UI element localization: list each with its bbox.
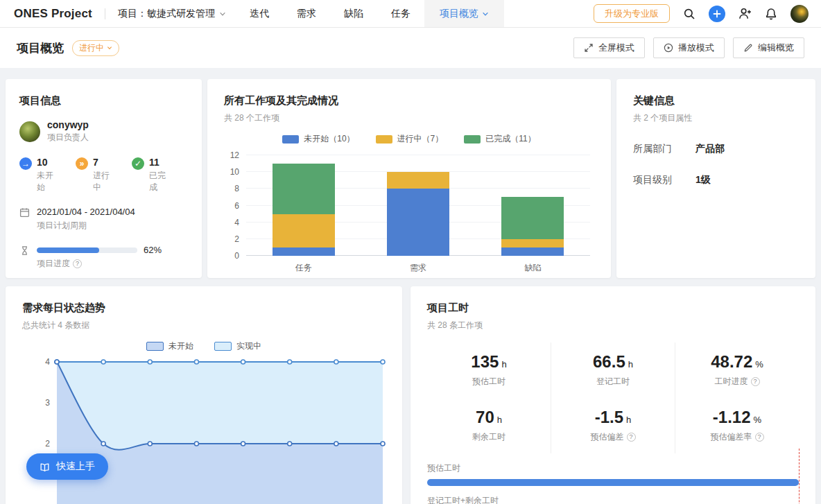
hours-stats: 135h 预估工时? 70h 剩余工时? 66.5h 登记工时? bbox=[427, 342, 799, 453]
project-status-badge[interactable]: 进行中 bbox=[72, 40, 119, 56]
help-icon[interactable]: ? bbox=[755, 433, 764, 442]
nav-item-iteration[interactable]: 迭代 bbox=[236, 0, 283, 27]
quick-start-button[interactable]: 快速上手 bbox=[26, 453, 108, 480]
progress-row: 62% 项目进度 ? bbox=[19, 245, 188, 270]
calendar-icon bbox=[19, 207, 30, 232]
hours-card: 项目工时 共 28 条工作项 135h 预估工时? 70h 剩余工时? bbox=[410, 286, 815, 504]
chevron-down-icon bbox=[107, 45, 112, 51]
key-info-row: 项目级别 1级 bbox=[633, 174, 799, 186]
work-items-bars bbox=[246, 155, 590, 256]
page-title: 项目概览 bbox=[17, 40, 64, 56]
project-selector-label: 项目：敏捷式研发管理 bbox=[118, 8, 215, 20]
double-chevron-icon: » bbox=[76, 157, 88, 170]
upgrade-button[interactable]: 升级为专业版 bbox=[594, 4, 670, 23]
work-items-chart: 024681012 bbox=[246, 155, 590, 256]
quick-start-label: 快速上手 bbox=[56, 460, 95, 473]
card-subtitle: 共 28 个工作项 bbox=[224, 112, 594, 124]
stat-remaining-hours: 70h 剩余工时? bbox=[427, 398, 551, 453]
project-progress-fill bbox=[37, 247, 99, 253]
trend-legend: 未开始实现中 bbox=[22, 340, 386, 352]
key-info-row: 所属部门 产品部 bbox=[633, 143, 799, 155]
stacked-bar-1[interactable] bbox=[273, 164, 335, 256]
legend-item[interactable]: 未开始（10） bbox=[282, 133, 354, 145]
status-in-progress[interactable]: » 7 进行中 bbox=[76, 157, 116, 193]
logged-plus-remaining-bar-label: 登记工时+剩余工时 bbox=[427, 495, 799, 504]
stacked-bar-2[interactable] bbox=[387, 172, 449, 256]
top-navigation: ONES Project 项目：敏捷式研发管理 迭代 需求 缺陷 任务 项目概览… bbox=[0, 0, 821, 28]
search-icon[interactable] bbox=[683, 8, 695, 20]
status-badge-label: 进行中 bbox=[79, 42, 104, 54]
card-subtitle: 共 28 条工作项 bbox=[427, 320, 799, 331]
owner-role: 项目负责人 bbox=[47, 132, 89, 144]
card-title: 项目工时 bbox=[427, 302, 799, 315]
legend-item[interactable]: 已完成（11） bbox=[464, 133, 535, 145]
help-icon[interactable]: ? bbox=[751, 377, 760, 386]
plan-date-range: 2021/01/04 - 2021/04/04 bbox=[37, 207, 135, 217]
plan-date-label: 项目计划周期 bbox=[37, 220, 135, 232]
status-summary: → 10 未开始 » 7 进行中 ✓ bbox=[19, 157, 188, 193]
hourglass-icon bbox=[19, 245, 30, 270]
hours-bars: 预估工时 登记工时+剩余工时 bbox=[427, 462, 799, 504]
fullscreen-mode-button[interactable]: 全屏模式 bbox=[573, 37, 645, 58]
overview-content: 项目信息 conywyp 项目负责人 → 10 未开始 bbox=[0, 68, 821, 504]
legend-item[interactable]: 进行中（7） bbox=[376, 133, 444, 145]
app-screen: ONES Project 项目：敏捷式研发管理 迭代 需求 缺陷 任务 项目概览… bbox=[0, 0, 821, 504]
app-logo[interactable]: ONES Project bbox=[14, 7, 92, 21]
play-icon bbox=[664, 43, 673, 53]
work-items-legend: 未开始（10）进行中（7）已完成（11） bbox=[224, 133, 594, 145]
owner-avatar bbox=[19, 121, 40, 142]
progress-percent: 62% bbox=[144, 245, 162, 255]
play-mode-button[interactable]: 播放模式 bbox=[653, 37, 725, 58]
topnav-actions: 升级为专业版 bbox=[594, 4, 821, 23]
card-title: 项目信息 bbox=[19, 94, 188, 107]
page-header: 项目概览 进行中 全屏模式 播放模式 bbox=[0, 28, 821, 68]
legend-item[interactable]: 未开始 bbox=[146, 340, 193, 352]
project-selector[interactable]: 项目：敏捷式研发管理 bbox=[118, 8, 226, 20]
status-not-started[interactable]: → 10 未开始 bbox=[19, 157, 60, 193]
user-avatar[interactable] bbox=[790, 5, 809, 23]
plan-period-row: 2021/01/04 - 2021/04/04 项目计划周期 bbox=[19, 207, 188, 232]
project-progress-bar bbox=[37, 247, 137, 253]
invite-member-icon[interactable] bbox=[738, 7, 752, 20]
project-info-card: 项目信息 conywyp 项目负责人 → 10 未开始 bbox=[6, 79, 202, 278]
estimate-reference-line bbox=[799, 449, 800, 504]
estimated-hours-bar bbox=[427, 479, 799, 486]
svg-text:3: 3 bbox=[45, 398, 50, 408]
stat-estimated-hours: 135h 预估工时? bbox=[427, 342, 551, 398]
nav-item-tasks[interactable]: 任务 bbox=[377, 0, 424, 27]
nav-divider bbox=[105, 8, 105, 19]
card-title: 所有工作项及其完成情况 bbox=[224, 94, 594, 107]
work-items-card: 所有工作项及其完成情况 共 28 个工作项 未开始（10）进行中（7）已完成（1… bbox=[207, 79, 611, 278]
create-plus-button[interactable] bbox=[709, 6, 725, 22]
help-icon[interactable]: ? bbox=[627, 433, 636, 442]
stat-hours-progress: 48.72% 工时进度? bbox=[675, 342, 799, 398]
pencil-icon bbox=[743, 43, 753, 53]
trend-chart-svg: 432 bbox=[22, 356, 386, 504]
key-info-card: 关键信息 共 2 个项目属性 所属部门 产品部 项目级别 1级 bbox=[616, 79, 815, 278]
help-icon[interactable]: ? bbox=[73, 259, 82, 268]
notification-bell-icon[interactable] bbox=[765, 8, 777, 20]
stat-deviation-rate: -1.12% 预估偏差率? bbox=[675, 398, 799, 453]
main-nav: 迭代 需求 缺陷 任务 项目概览 bbox=[236, 0, 504, 27]
svg-text:2: 2 bbox=[45, 439, 50, 449]
nav-item-requirements[interactable]: 需求 bbox=[283, 0, 330, 27]
work-items-xlabels: 任务需求缺陷 bbox=[246, 262, 590, 274]
chevron-down-icon bbox=[482, 10, 489, 17]
svg-text:4: 4 bbox=[45, 357, 50, 367]
edit-overview-button[interactable]: 编辑概览 bbox=[733, 37, 804, 58]
nav-item-overview[interactable]: 项目概览 bbox=[424, 0, 504, 27]
owner-name: conywyp bbox=[47, 119, 89, 130]
card-title: 需求每日状态趋势 bbox=[22, 302, 386, 315]
header-actions: 全屏模式 播放模式 编辑概览 bbox=[573, 37, 804, 58]
legend-item[interactable]: 实现中 bbox=[214, 340, 261, 352]
stacked-bar-3[interactable] bbox=[501, 197, 564, 256]
chevron-down-icon bbox=[219, 10, 226, 17]
project-owner[interactable]: conywyp 项目负责人 bbox=[19, 119, 188, 144]
stat-estimate-deviation: -1.5h 预估偏差? bbox=[551, 398, 675, 453]
card-title: 关键信息 bbox=[633, 94, 799, 107]
nav-item-defects[interactable]: 缺陷 bbox=[330, 0, 377, 27]
estimated-hours-bar-label: 预估工时 bbox=[427, 462, 799, 474]
card-subtitle: 共 2 个项目属性 bbox=[633, 112, 799, 124]
status-done[interactable]: ✓ 11 已完成 bbox=[132, 157, 172, 193]
nav-item-overview-label: 项目概览 bbox=[440, 8, 478, 20]
